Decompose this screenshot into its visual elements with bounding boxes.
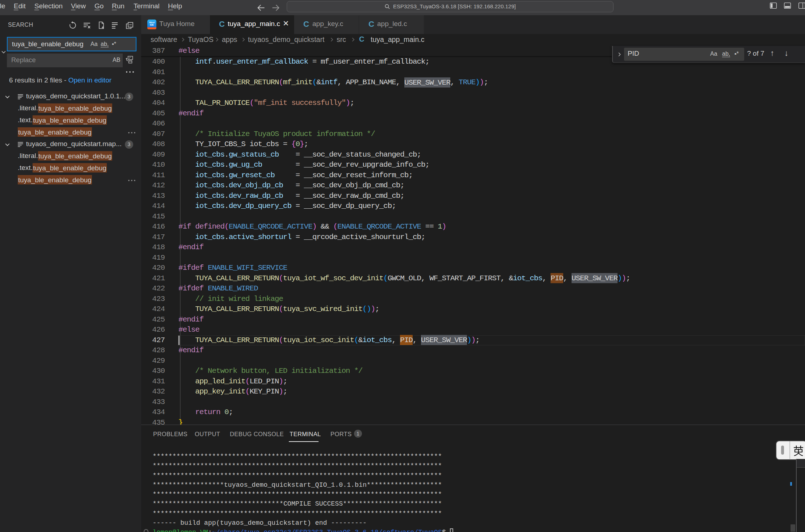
svg-text:IDE: IDE: [150, 24, 154, 26]
svg-text:Wind: Wind: [149, 21, 155, 24]
